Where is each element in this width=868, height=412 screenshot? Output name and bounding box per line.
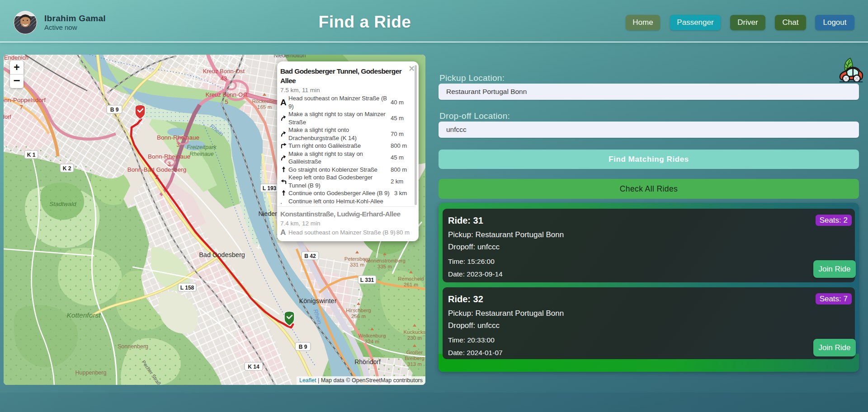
svg-text:L 331: L 331	[360, 277, 374, 283]
svg-text:Großer: Großer	[406, 350, 423, 355]
svg-text:Niederholtorf: Niederholtorf	[274, 55, 306, 59]
svg-text:Rheinaue: Rheinaue	[189, 151, 214, 157]
svg-text:Königswinter: Königswinter	[299, 297, 336, 304]
svg-text:Wolkenburg: Wolkenburg	[358, 333, 386, 338]
svg-text:335 m: 335 m	[377, 264, 392, 269]
svg-text:313 m: 313 m	[407, 361, 422, 367]
svg-text:Nonnenstromberg: Nonnenstromberg	[364, 258, 406, 263]
svg-text:Kottenforst: Kottenforst	[67, 311, 101, 319]
svg-text:Nieder: Nieder	[258, 210, 277, 217]
svg-text:B 42: B 42	[304, 253, 316, 259]
svg-text:dorf: dorf	[4, 114, 11, 120]
svg-text:L 158: L 158	[180, 285, 194, 291]
svg-text:Kuckucks: Kuckucks	[403, 329, 425, 335]
svg-text:Bonn-Rheinaue: Bonn-Rheinaue	[157, 134, 199, 141]
svg-text:256 m: 256 m	[351, 314, 366, 319]
svg-text:Kreuz Bonn-Ost: Kreuz Bonn-Ost	[206, 91, 248, 98]
svg-text:Hirschberg: Hirschberg	[346, 308, 371, 313]
svg-text:Kreuz Bonn-Ost: Kreuz Bonn-Ost	[203, 68, 245, 75]
svg-text:K 14: K 14	[248, 364, 259, 370]
svg-text:Endenich: Endenich	[4, 55, 28, 61]
svg-text:331 m: 331 m	[350, 262, 364, 267]
svg-text:Remscheid: Remscheid	[398, 276, 424, 281]
svg-text:3: 3	[176, 141, 179, 148]
svg-text:K 1: K 1	[27, 152, 36, 158]
svg-text:Bonn-Poppelsdorf: Bonn-Poppelsdorf	[4, 97, 46, 103]
svg-text:2: 2	[155, 173, 158, 180]
svg-text:B 9: B 9	[110, 107, 119, 113]
svg-text:L 193: L 193	[263, 185, 277, 192]
svg-text:165 m: 165 m	[257, 104, 272, 110]
svg-text:Breiberg: Breiberg	[405, 356, 424, 361]
svg-text:Huppenberg: Huppenberg	[75, 370, 107, 376]
svg-text:B 9: B 9	[299, 344, 307, 350]
svg-text:Stadtwald: Stadtwald	[49, 201, 76, 207]
svg-text:5: 5	[225, 98, 228, 105]
svg-text:Röckesber: Röckesber	[252, 98, 277, 104]
svg-text:7: 7	[19, 104, 23, 111]
svg-text:Bonn-Rheinaue: Bonn-Rheinaue	[148, 153, 190, 160]
svg-text:Sonnenberg: Sonnenberg	[118, 343, 148, 350]
svg-text:43: 43	[221, 75, 227, 82]
svg-text:230 m: 230 m	[407, 335, 422, 341]
svg-text:324 m: 324 m	[365, 339, 379, 344]
svg-text:K 2: K 2	[63, 165, 71, 172]
svg-text:Freizeitpark: Freizeitpark	[187, 144, 217, 150]
svg-text:Rhöndorf: Rhöndorf	[354, 358, 381, 365]
svg-text:Bad Godesberg: Bad Godesberg	[199, 251, 245, 258]
svg-text:Bonn-Bad Godesberg: Bonn-Bad Godesberg	[127, 166, 187, 173]
svg-text:261 m: 261 m	[404, 282, 418, 287]
